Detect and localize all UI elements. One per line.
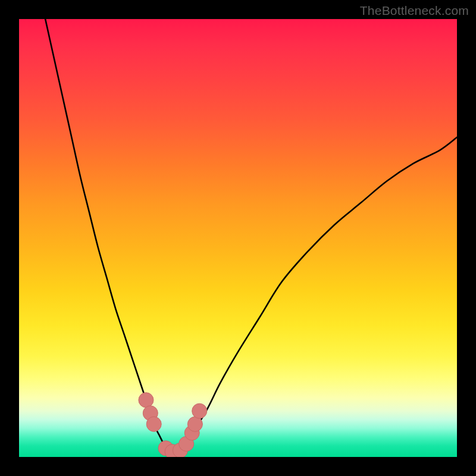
curve-left-branch [45,19,164,444]
watermark-text: TheBottleneck.com [360,4,469,18]
chart-frame: TheBottleneck.com [0,0,476,476]
highlight-marker [192,403,207,418]
bottleneck-curve [19,19,457,457]
highlight-marker [139,393,154,408]
highlight-marker [146,416,161,431]
plot-area [19,19,457,457]
highlight-marker [187,416,202,431]
curve-right-branch [186,137,457,444]
